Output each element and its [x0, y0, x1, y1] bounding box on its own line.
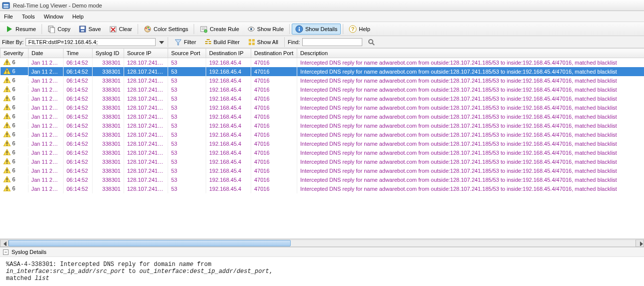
cell-source-port: 53 [168, 157, 206, 166]
table-row[interactable]: 6Jan 11 201006:14:52338301128.107.241.18… [1, 157, 645, 166]
table-row[interactable]: 6Jan 11 201006:14:52338301128.107.241.18… [1, 103, 645, 112]
table-row[interactable]: 6Jan 11 201006:14:52338301128.107.241.18… [1, 175, 645, 184]
cell-syslog-id: 338301 [93, 175, 124, 184]
show-all-label: Show All [257, 39, 278, 45]
cell-date: Jan 11 2010 [29, 67, 64, 76]
col-description[interactable]: Description [297, 49, 645, 58]
warning-icon [4, 167, 11, 173]
cell-source-ip: 128.107.241.185 [124, 130, 168, 139]
color-settings-button[interactable]: Color Settings [140, 24, 192, 35]
col-dest-ip[interactable]: Destination IP [206, 49, 251, 58]
separator [284, 37, 285, 47]
scroll-track[interactable] [9, 239, 635, 247]
warning-icon [4, 77, 11, 83]
cell-source-port: 53 [168, 139, 206, 148]
cell-dest-port: 47016 [251, 157, 297, 166]
cell-dest-port: 47016 [251, 139, 297, 148]
clear-label: Clear [119, 26, 132, 32]
color-label: Color Settings [154, 26, 188, 32]
menu-file[interactable]: File [4, 14, 13, 20]
menu-window[interactable]: Window [44, 14, 63, 20]
cell-description: Intercepted DNS reply for name adwarebot… [297, 112, 645, 121]
col-dest-port[interactable]: Destination Port [251, 49, 297, 58]
cell-dest-ip: 192.168.45.4 [206, 184, 251, 193]
col-source-port[interactable]: Source Port [168, 49, 206, 58]
col-date[interactable]: Date [29, 49, 64, 58]
copy-button[interactable]: Copy [44, 24, 74, 35]
filter-label: Filter [184, 39, 196, 45]
resume-button[interactable]: Resume [2, 24, 40, 35]
col-time[interactable]: Time [64, 49, 93, 58]
cell-severity: 6 [1, 184, 29, 192]
cell-date: Jan 11 2010 [29, 76, 64, 85]
col-severity[interactable]: Severity [1, 49, 29, 58]
cell-dest-port: 47016 [251, 85, 297, 94]
horizontal-scrollbar[interactable] [0, 238, 644, 247]
cell-source-port: 53 [168, 76, 206, 85]
cell-source-port: 53 [168, 67, 206, 76]
cell-date: Jan 11 2010 [29, 58, 64, 67]
table-row[interactable]: 6Jan 11 201006:14:52338301128.107.241.18… [1, 76, 645, 85]
col-source-ip[interactable]: Source IP [124, 49, 168, 58]
cell-severity: 6 [1, 130, 29, 138]
cell-time: 06:14:52 [64, 85, 93, 94]
search-icon [367, 38, 375, 46]
cell-source-port: 53 [168, 148, 206, 157]
separator [194, 24, 194, 34]
show-all-button[interactable]: Show All [245, 37, 281, 47]
save-button[interactable]: Save [75, 24, 105, 35]
table-row[interactable]: 6Jan 11 201006:14:52338301128.107.241.18… [1, 139, 645, 148]
table-row[interactable]: 6Jan 11 201006:14:52338301128.107.241.18… [1, 112, 645, 121]
warning-icon [4, 104, 11, 110]
log-table-container: Severity Date Time Syslog ID Source IP S… [0, 48, 644, 247]
scroll-left-button[interactable] [0, 239, 9, 247]
cell-source-ip: 128.107.241.185 [124, 175, 168, 184]
cell-severity: 6 [1, 148, 29, 156]
find-input[interactable] [302, 38, 362, 46]
filter-button[interactable]: Filter [171, 37, 199, 47]
cell-dest-ip: 192.168.45.4 [206, 148, 251, 157]
play-icon [6, 25, 14, 33]
cell-source-ip: 128.107.241.185 [124, 76, 168, 85]
separator [138, 24, 138, 34]
cell-syslog-id: 338301 [93, 112, 124, 121]
col-syslog-id[interactable]: Syslog ID [93, 49, 124, 58]
menu-help[interactable]: Help [73, 14, 84, 20]
show-details-button[interactable]: Show Details [292, 24, 341, 35]
filter-input[interactable] [26, 38, 156, 46]
table-row[interactable]: 6Jan 11 201006:14:52338301128.107.241.18… [1, 67, 645, 76]
table-row[interactable]: 6Jan 11 201006:14:52338301128.107.241.18… [1, 94, 645, 103]
warning-icon [4, 113, 11, 119]
scroll-right-button[interactable] [635, 239, 644, 247]
log-table: Severity Date Time Syslog ID Source IP S… [0, 48, 644, 193]
table-row[interactable]: 6Jan 11 201006:14:52338301128.107.241.18… [1, 58, 645, 67]
collapse-button[interactable]: − [3, 249, 9, 255]
filter-dropdown-button[interactable] [158, 38, 165, 46]
cell-dest-port: 47016 [251, 166, 297, 175]
cell-time: 06:14:52 [64, 157, 93, 166]
filter-bar: Filter By: Filter Build Filter Show All … [0, 36, 644, 48]
build-filter-button[interactable]: Build Filter [201, 37, 243, 47]
cell-description: Intercepted DNS reply for name adwarebot… [297, 184, 645, 193]
cell-syslog-id: 338301 [93, 148, 124, 157]
clear-button[interactable]: Clear [106, 24, 136, 35]
table-row[interactable]: 6Jan 11 201006:14:52338301128.107.241.18… [1, 130, 645, 139]
cell-dest-ip: 192.168.45.4 [206, 121, 251, 130]
separator [42, 24, 42, 34]
scroll-thumb[interactable] [9, 240, 291, 246]
cell-date: Jan 11 2010 [29, 166, 64, 175]
create-rule-button[interactable]: Create Rule [196, 24, 243, 35]
cell-syslog-id: 338301 [93, 85, 124, 94]
info-icon [295, 25, 303, 33]
search-button[interactable] [364, 37, 378, 47]
table-row[interactable]: 6Jan 11 201006:14:52338301128.107.241.18… [1, 85, 645, 94]
table-row[interactable]: 6Jan 11 201006:14:52338301128.107.241.18… [1, 166, 645, 175]
show-rule-button[interactable]: Show Rule [244, 24, 287, 35]
help-button[interactable]: Help [345, 24, 374, 35]
help-label: Help [359, 26, 370, 32]
menu-tools[interactable]: Tools [22, 14, 35, 20]
table-row[interactable]: 6Jan 11 201006:14:52338301128.107.241.18… [1, 184, 645, 193]
cell-description: Intercepted DNS reply for name adwarebot… [297, 103, 645, 112]
table-row[interactable]: 6Jan 11 201006:14:52338301128.107.241.18… [1, 121, 645, 130]
table-row[interactable]: 6Jan 11 201006:14:52338301128.107.241.18… [1, 148, 645, 157]
